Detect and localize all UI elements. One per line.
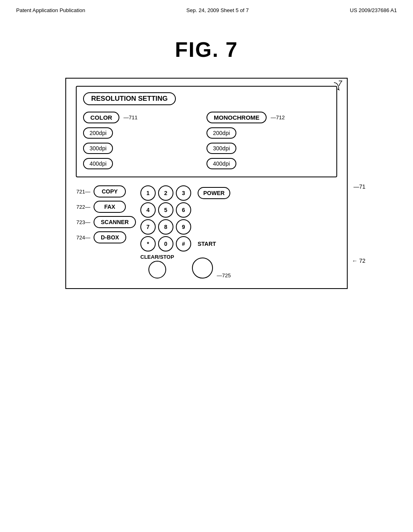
key-1[interactable]: 1 <box>140 185 156 201</box>
figure-title: FIG. 7 <box>0 37 413 62</box>
start-label: START <box>198 241 216 247</box>
key-star[interactable]: * <box>140 236 156 251</box>
key-7[interactable]: 7 <box>140 219 156 235</box>
keypad-row-4: * 0 # START <box>140 236 216 251</box>
power-button[interactable]: POWER <box>198 187 230 199</box>
color-mode-row: COLOR —711 <box>83 112 206 123</box>
mono-200dpi[interactable]: 200dpi <box>206 127 236 139</box>
key-3[interactable]: 3 <box>176 185 191 201</box>
ref-72: ← 72 <box>352 258 365 264</box>
keypad-row-3: 7 8 9 <box>140 219 191 235</box>
keypad-area: 1 2 3 POWER 4 5 6 7 8 9 <box>140 185 337 278</box>
clear-stop-label: CLEAR/STOP <box>140 254 174 260</box>
header-right: US 2009/237686 A1 <box>350 7 397 13</box>
key-5[interactable]: 5 <box>158 202 173 218</box>
header-center: Sep. 24, 2009 Sheet 5 of 7 <box>186 7 249 13</box>
key-4[interactable]: 4 <box>140 202 156 218</box>
dbox-row: 724— D-BOX <box>76 231 136 243</box>
mono-column: MONOCHROME —712 200dpi 300dpi 400dpi <box>206 112 330 169</box>
key-hash[interactable]: # <box>176 236 191 251</box>
color-400dpi[interactable]: 400dpi <box>83 158 113 169</box>
key-8[interactable]: 8 <box>158 219 173 235</box>
start-button[interactable] <box>192 258 213 278</box>
mono-400dpi[interactable]: 400dpi <box>206 158 236 169</box>
key-6[interactable]: 6 <box>176 202 191 218</box>
main-panel: —71 RESOLUTION SETTING COLOR —711 200dpi… <box>65 78 348 289</box>
copy-row: 721— COPY <box>76 185 136 197</box>
color-button[interactable]: COLOR <box>83 112 119 123</box>
ref-71: —71 <box>353 183 365 190</box>
copy-button[interactable]: COPY <box>94 185 126 197</box>
color-ref: —711 <box>123 114 138 121</box>
key-0[interactable]: 0 <box>158 236 173 251</box>
diagram-area: 7 —71 RESOLUTION SETTING COLOR —711 200d… <box>65 78 348 289</box>
color-column: COLOR —711 200dpi 300dpi 400dpi <box>83 112 206 169</box>
ref-721: 721— <box>76 189 90 195</box>
mono-mode-row: MONOCHROME —712 <box>206 112 330 123</box>
keypad-row-1: 1 2 3 POWER <box>140 185 230 201</box>
key-9[interactable]: 9 <box>176 219 191 235</box>
function-buttons: 721— COPY 722— FAX 723— SCANNER 724— D-B… <box>76 185 136 278</box>
resolution-columns: COLOR —711 200dpi 300dpi 400dpi MONOCHRO… <box>83 112 330 169</box>
ref-725: —725 <box>217 272 231 278</box>
monochrome-button[interactable]: MONOCHROME <box>206 112 267 123</box>
header-left: Patent Application Publication <box>16 7 85 13</box>
resolution-title: RESOLUTION SETTING <box>83 92 176 105</box>
fax-button[interactable]: FAX <box>94 201 126 213</box>
key-2[interactable]: 2 <box>158 185 173 201</box>
color-200dpi[interactable]: 200dpi <box>83 127 113 139</box>
mono-ref: —712 <box>271 114 285 121</box>
scanner-row: 723— SCANNER <box>76 216 136 228</box>
fax-row: 722— FAX <box>76 201 136 213</box>
color-300dpi[interactable]: 300dpi <box>83 143 113 154</box>
scanner-button[interactable]: SCANNER <box>94 216 136 228</box>
mono-300dpi[interactable]: 300dpi <box>206 143 236 154</box>
control-section: 721— COPY 722— FAX 723— SCANNER 724— D-B… <box>76 185 337 278</box>
start-area: —725 <box>192 258 231 278</box>
dbox-button[interactable]: D-BOX <box>94 231 126 243</box>
clear-stop-area: CLEAR/STOP <box>140 254 174 278</box>
patent-header: Patent Application Publication Sep. 24, … <box>0 0 413 13</box>
ref-724: 724— <box>76 235 90 241</box>
clear-stop-button[interactable] <box>148 261 166 278</box>
ref-722: 722— <box>76 204 90 210</box>
keypad-row-2: 4 5 6 <box>140 202 191 218</box>
resolution-section: RESOLUTION SETTING COLOR —711 200dpi 300… <box>76 86 337 177</box>
ref-723: 723— <box>76 219 90 225</box>
bottom-row: CLEAR/STOP —725 <box>140 254 231 278</box>
